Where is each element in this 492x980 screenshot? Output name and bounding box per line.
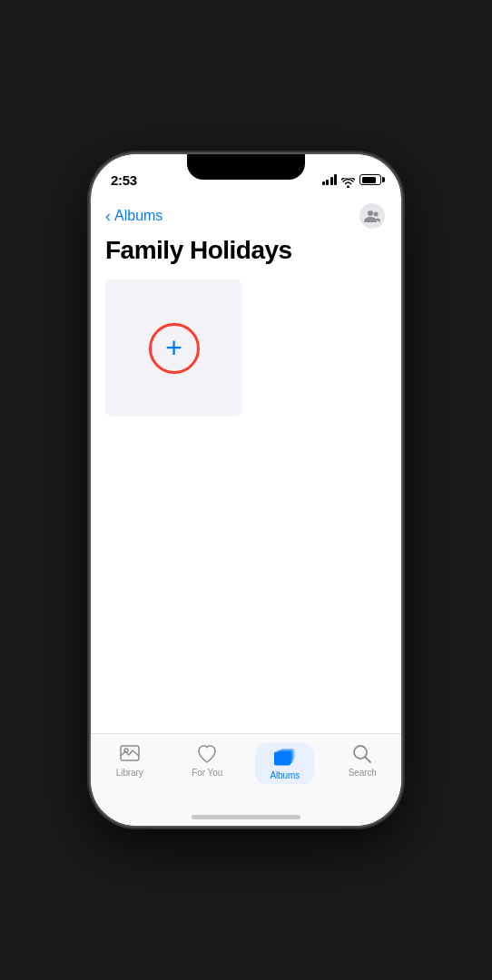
nav-bar: ‹ Albums [91,194,401,234]
battery-icon [359,174,381,185]
svg-point-1 [374,212,379,217]
status-time: 2:53 [111,172,137,188]
back-button[interactable]: ‹ Albums [105,208,162,224]
library-icon [119,743,141,765]
svg-point-0 [368,211,373,216]
tab-search-label: Search [349,768,377,778]
svg-line-8 [366,758,371,763]
tab-albums-label: Albums [270,770,300,780]
phone-frame: 2:53 [91,154,401,826]
shared-album-icon [359,203,385,229]
add-circle-icon: + [149,323,200,374]
svg-point-3 [124,749,128,752]
search-icon [351,743,373,765]
home-bar [192,815,300,819]
tab-for-you-label: For You [192,768,222,778]
page-title-section: Family Holidays [91,234,401,279]
tab-library-label: Library [116,768,143,778]
svg-rect-6 [281,749,294,760]
signal-bars-icon [322,174,338,185]
for-you-icon [196,743,218,765]
back-chevron-icon: ‹ [105,208,111,224]
wifi-icon [341,175,355,185]
page-title: Family Holidays [105,236,387,265]
add-photos-button[interactable]: + [105,279,242,416]
album-grid: + [105,279,387,416]
screen: 2:53 [91,154,401,826]
people-button[interactable] [358,201,387,230]
plus-icon: + [165,333,182,362]
status-icons [322,174,382,185]
notch [187,154,305,180]
tab-for-you[interactable]: For You [169,743,247,778]
tab-library[interactable]: Library [91,743,169,778]
tab-albums[interactable]: Albums [246,743,324,784]
home-indicator [91,808,401,826]
status-bar: 2:53 [91,154,401,194]
tab-albums-active-bg: Albums [255,743,314,784]
content-area: + [91,279,401,733]
tab-bar: Library For You [91,733,401,808]
tab-search[interactable]: Search [324,743,402,778]
back-label: Albums [114,208,162,224]
albums-icon [274,747,296,769]
